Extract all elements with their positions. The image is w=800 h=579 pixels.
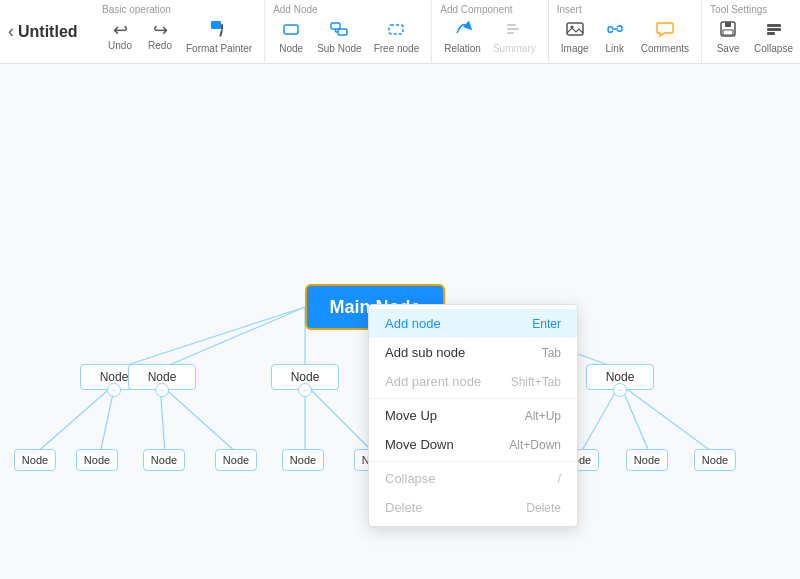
collapse-dot-4[interactable]: − bbox=[613, 383, 627, 397]
leaf-node-3[interactable]: Node bbox=[143, 449, 185, 471]
ctx-add-parent-node: Add parent node Shift+Tab bbox=[369, 367, 577, 396]
node-button[interactable]: Node bbox=[273, 17, 309, 56]
ctx-add-sub-node-label: Add sub node bbox=[385, 345, 465, 360]
svg-line-33 bbox=[160, 384, 238, 454]
svg-line-29 bbox=[115, 307, 305, 369]
ctx-add-parent-shortcut: Shift+Tab bbox=[511, 375, 561, 389]
ctx-divider-1 bbox=[369, 398, 577, 399]
leaf-node-1[interactable]: Node bbox=[14, 449, 56, 471]
sub-node-icon bbox=[329, 19, 349, 42]
tool-settings-items: Save Collapse bbox=[710, 17, 797, 56]
undo-icon: ↩ bbox=[113, 21, 128, 39]
svg-rect-11 bbox=[507, 32, 514, 34]
ctx-add-node-shortcut: Enter bbox=[532, 317, 561, 331]
save-icon bbox=[718, 19, 738, 42]
add-node-items: Node Sub Node Free node bbox=[273, 17, 423, 56]
collapse-dot-2[interactable]: − bbox=[155, 383, 169, 397]
svg-rect-12 bbox=[567, 23, 583, 35]
leaf-node-10[interactable]: Node bbox=[626, 449, 668, 471]
ctx-delete-shortcut: Delete bbox=[526, 501, 561, 515]
canvas[interactable]: Main Node Node − Node − Node − Node − No… bbox=[0, 64, 800, 579]
relation-button[interactable]: Relation bbox=[440, 17, 485, 56]
node-mid-2[interactable]: Node − bbox=[128, 364, 196, 390]
node-mid-1-label: Node bbox=[100, 370, 129, 384]
collapse-dot-1[interactable]: − bbox=[107, 383, 121, 397]
svg-rect-19 bbox=[767, 28, 781, 31]
add-component-items: Relation Summary bbox=[440, 17, 540, 56]
svg-rect-8 bbox=[389, 25, 403, 34]
comments-icon bbox=[655, 19, 675, 42]
ctx-move-up-label: Move Up bbox=[385, 408, 437, 423]
node-mid-4[interactable]: Node − bbox=[586, 364, 654, 390]
node-mid-3[interactable]: Node − bbox=[271, 364, 339, 390]
free-node-icon bbox=[386, 19, 406, 42]
comments-button[interactable]: Comments bbox=[637, 17, 693, 56]
ctx-collapse-label: Collapse bbox=[385, 471, 436, 486]
svg-line-26 bbox=[160, 307, 305, 369]
image-button[interactable]: Image bbox=[557, 17, 593, 56]
ctx-delete-label: Delete bbox=[385, 500, 423, 515]
back-button[interactable]: ‹ bbox=[8, 18, 14, 46]
ctx-collapse-shortcut: / bbox=[558, 472, 561, 486]
image-icon bbox=[565, 19, 585, 42]
ctx-move-up[interactable]: Move Up Alt+Up bbox=[369, 401, 577, 430]
leaf-node-2[interactable]: Node bbox=[76, 449, 118, 471]
ctx-divider-2 bbox=[369, 461, 577, 462]
summary-icon bbox=[504, 19, 524, 42]
svg-rect-20 bbox=[767, 32, 775, 35]
group-basic-operation: Basic operation ↩ Undo ↪ Redo Format Pai… bbox=[94, 0, 265, 64]
ctx-add-node-label: Add node bbox=[385, 316, 441, 331]
ctx-add-sub-node-shortcut: Tab bbox=[542, 346, 561, 360]
save-button[interactable]: Save bbox=[710, 17, 746, 56]
ctx-delete: Delete Delete bbox=[369, 493, 577, 522]
ctx-move-down-shortcut: Alt+Down bbox=[509, 438, 561, 452]
ctx-add-sub-node[interactable]: Add sub node Tab bbox=[369, 338, 577, 367]
collapse-dot-3[interactable]: − bbox=[298, 383, 312, 397]
group-label-addcomponent: Add Component bbox=[440, 4, 512, 15]
group-label-basic: Basic operation bbox=[102, 4, 171, 15]
node-mid-4-label: Node bbox=[606, 370, 635, 384]
redo-icon: ↪ bbox=[153, 21, 168, 39]
group-insert: Insert Image Link Comments bbox=[549, 0, 702, 64]
node-icon bbox=[281, 19, 301, 42]
svg-rect-17 bbox=[723, 30, 733, 35]
group-add-node: Add Node Node Sub Node Free node bbox=[265, 0, 432, 64]
free-node-button[interactable]: Free node bbox=[370, 17, 424, 56]
format-painter-button[interactable]: Format Painter bbox=[182, 17, 256, 56]
node-mid-2-label: Node bbox=[148, 370, 177, 384]
ctx-move-down[interactable]: Move Down Alt+Down bbox=[369, 430, 577, 459]
link-icon bbox=[605, 19, 625, 42]
svg-rect-1 bbox=[221, 24, 223, 30]
ctx-add-parent-node-label: Add parent node bbox=[385, 374, 481, 389]
ctx-collapse: Collapse / bbox=[369, 464, 577, 493]
insert-items: Image Link Comments bbox=[557, 17, 693, 56]
svg-rect-3 bbox=[284, 25, 298, 34]
leaf-node-5[interactable]: Node bbox=[282, 449, 324, 471]
collapse-icon bbox=[764, 19, 784, 42]
redo-button[interactable]: ↪ Redo bbox=[142, 19, 178, 53]
svg-line-38 bbox=[620, 384, 715, 454]
relation-icon bbox=[453, 19, 473, 42]
collapse-button[interactable]: Collapse bbox=[750, 17, 797, 56]
ctx-add-node[interactable]: Add node Enter bbox=[369, 309, 577, 338]
svg-rect-18 bbox=[767, 24, 781, 27]
ctx-move-down-label: Move Down bbox=[385, 437, 454, 452]
toolbar: ‹ Untitled Basic operation ↩ Undo ↪ Redo bbox=[0, 0, 800, 64]
leaf-node-11[interactable]: Node bbox=[694, 449, 736, 471]
sub-node-button[interactable]: Sub Node bbox=[313, 17, 365, 56]
context-menu: Add node Enter Add sub node Tab Add pare… bbox=[368, 304, 578, 527]
link-button[interactable]: Link bbox=[597, 17, 633, 56]
group-label-addnode: Add Node bbox=[273, 4, 317, 15]
svg-line-30 bbox=[35, 384, 115, 454]
node-mid-3-label: Node bbox=[291, 370, 320, 384]
format-painter-icon bbox=[209, 19, 229, 42]
svg-rect-5 bbox=[338, 29, 347, 35]
svg-rect-4 bbox=[331, 23, 340, 29]
group-tool-settings: Tool Settings Save Collapse bbox=[702, 0, 800, 64]
svg-rect-9 bbox=[507, 24, 516, 26]
document-title: Untitled bbox=[18, 23, 78, 41]
leaf-node-4[interactable]: Node bbox=[215, 449, 257, 471]
undo-button[interactable]: ↩ Undo bbox=[102, 19, 138, 53]
ctx-move-up-shortcut: Alt+Up bbox=[525, 409, 561, 423]
svg-rect-10 bbox=[507, 28, 519, 30]
